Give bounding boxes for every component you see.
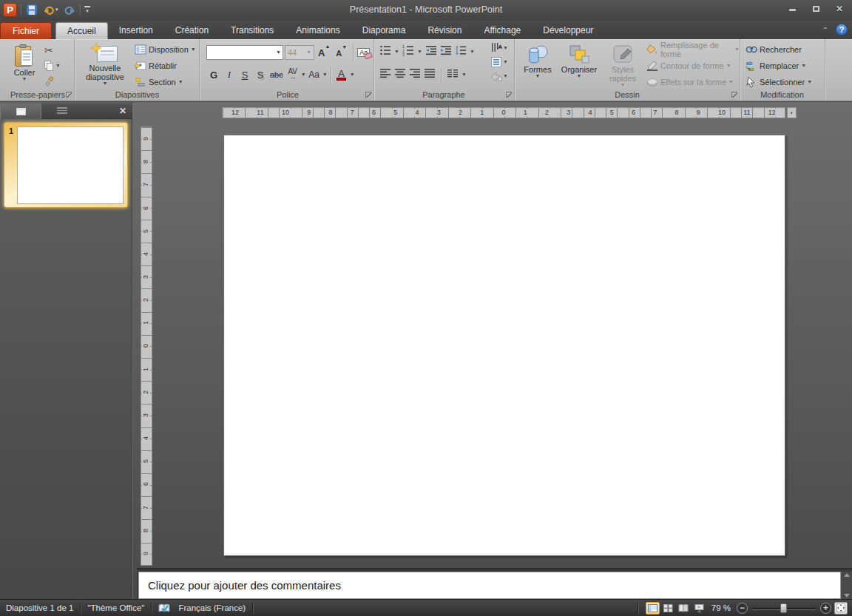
- tab-animations[interactable]: Animations: [285, 22, 351, 39]
- dropdown-arrow-icon[interactable]: ▼: [470, 50, 475, 54]
- zoom-slider[interactable]: [752, 603, 816, 614]
- close-button[interactable]: ✕: [833, 4, 846, 14]
- underline-button[interactable]: S: [237, 67, 252, 83]
- tab-accueil[interactable]: Accueil: [55, 22, 108, 39]
- scroll-down-icon[interactable]: [844, 594, 850, 598]
- tab-insertion[interactable]: Insertion: [108, 22, 164, 39]
- help-button[interactable]: ?: [836, 24, 848, 35]
- character-spacing-button[interactable]: AV ↔: [285, 67, 300, 83]
- tab-creation[interactable]: Création: [164, 22, 220, 39]
- align-text-button[interactable]: ▼: [490, 56, 508, 68]
- line-spacing-button[interactable]: [455, 44, 467, 59]
- reading-view-button[interactable]: [677, 602, 691, 615]
- clear-formatting-button[interactable]: Aa: [357, 48, 370, 57]
- section-button[interactable]: Section ▼: [135, 75, 196, 89]
- align-left-button[interactable]: [379, 67, 391, 82]
- shape-fill-label: Remplissage de forme: [660, 41, 732, 58]
- tab-diaporama[interactable]: Diaporama: [351, 22, 417, 39]
- dropdown-arrow-icon[interactable]: ▼: [394, 50, 399, 54]
- dropdown-arrow-icon[interactable]: ▼: [462, 72, 467, 77]
- zoom-in-button[interactable]: +: [820, 603, 831, 614]
- dropdown-arrow-icon: ▼: [807, 80, 812, 84]
- shapes-button[interactable]: Formes ▼: [521, 41, 555, 90]
- window-controls: ✕: [785, 4, 846, 14]
- tab-fichier[interactable]: Fichier: [0, 22, 52, 39]
- normal-view-button[interactable]: [646, 602, 660, 615]
- bullets-button[interactable]: [379, 44, 391, 59]
- tab-plan-outline[interactable]: [41, 104, 83, 119]
- tab-affichage[interactable]: Affichage: [473, 22, 532, 39]
- align-right-button[interactable]: [409, 67, 421, 82]
- arrange-button[interactable]: Organiser ▼: [558, 41, 601, 90]
- layout-button[interactable]: Disposition ▼: [135, 42, 196, 56]
- replace-button[interactable]: abac Remplacer ▼: [746, 58, 812, 72]
- dialog-launcher-icon[interactable]: [506, 92, 512, 98]
- slide-sorter-view-button[interactable]: [661, 602, 675, 615]
- strikethrough-button[interactable]: abc: [268, 67, 285, 83]
- shape-outline-button[interactable]: Contour de forme ▼: [646, 58, 740, 72]
- dialog-launcher-icon[interactable]: [365, 92, 371, 98]
- convert-to-smartart-button[interactable]: ▼: [490, 70, 508, 82]
- grow-font-button[interactable]: A▲: [316, 47, 332, 58]
- text-direction-button[interactable]: A ▼: [490, 42, 508, 54]
- minimize-ribbon-icon[interactable]: ⌃: [822, 27, 828, 33]
- numbering-button[interactable]: 123: [402, 44, 414, 59]
- notes-scrollbar[interactable]: [841, 572, 852, 599]
- ruler-tick-label: 4: [413, 109, 420, 117]
- zoom-level[interactable]: 79 %: [711, 603, 731, 612]
- font-color-button[interactable]: A: [334, 67, 349, 83]
- align-center-button[interactable]: [394, 67, 406, 82]
- close-panel-button[interactable]: ✕: [119, 106, 126, 116]
- shape-effects-button[interactable]: Effets sur la forme ▼: [646, 75, 740, 89]
- decrease-indent-button[interactable]: [425, 44, 437, 59]
- scroll-up-icon[interactable]: [844, 573, 850, 577]
- dropdown-arrow-icon[interactable]: ▼: [322, 72, 328, 77]
- slide-show-button[interactable]: [692, 602, 706, 615]
- paste-button[interactable]: Coller ▼: [7, 41, 41, 90]
- find-button[interactable]: Rechercher: [746, 42, 812, 56]
- tab-diapositives-thumbnails[interactable]: [0, 104, 41, 119]
- dropdown-arrow-icon[interactable]: ▼: [350, 72, 355, 77]
- find-label: Rechercher: [760, 45, 802, 54]
- bold-button[interactable]: G: [206, 67, 221, 83]
- zoom-out-button[interactable]: −: [737, 603, 748, 614]
- slide-thumbnail-selected[interactable]: 1: [4, 122, 128, 208]
- copy-button[interactable]: ▼: [44, 58, 61, 73]
- text-shadow-button[interactable]: S: [253, 67, 268, 83]
- cut-button[interactable]: ✂: [44, 43, 53, 58]
- font-name-combo[interactable]: ▼: [206, 45, 283, 60]
- language-indicator[interactable]: Français (France): [178, 603, 246, 612]
- justify-button[interactable]: [424, 67, 436, 82]
- horizontal-ruler[interactable]: 1211109876543210123456789101112: [222, 107, 785, 118]
- dropdown-arrow-icon[interactable]: ▼: [301, 72, 306, 77]
- change-case-button[interactable]: Aa: [307, 67, 322, 83]
- shrink-font-button[interactable]: A▼: [334, 48, 349, 58]
- reset-button[interactable]: Rétablir: [135, 58, 196, 72]
- slider-thumb[interactable]: [780, 603, 787, 613]
- new-slide-button[interactable]: Nouvelle diapositive ▼: [81, 41, 129, 90]
- vertical-ruler[interactable]: 9876543210123456789: [141, 126, 152, 566]
- tab-revision[interactable]: Révision: [416, 22, 473, 39]
- quick-styles-button[interactable]: Styles rapides ▼: [604, 41, 642, 90]
- font-size-combo[interactable]: 44 ▼: [285, 45, 314, 60]
- dialog-launcher-icon[interactable]: [731, 92, 737, 98]
- columns-button[interactable]: [447, 67, 459, 82]
- dialog-launcher-icon[interactable]: [66, 92, 72, 98]
- shape-fill-button[interactable]: Remplissage de forme ▼: [646, 42, 740, 56]
- italic-button[interactable]: I: [222, 67, 237, 83]
- format-painter-button[interactable]: [44, 74, 55, 89]
- ruler-tick-label: 5: [609, 109, 615, 117]
- tab-transitions[interactable]: Transitions: [220, 22, 285, 39]
- dropdown-arrow-icon[interactable]: ▼: [417, 50, 422, 54]
- notes-placeholder[interactable]: Cliquez pour ajouter des commentaires: [138, 572, 841, 599]
- increase-indent-button[interactable]: [440, 44, 452, 59]
- slide-canvas[interactable]: [223, 135, 785, 556]
- restore-button[interactable]: [809, 4, 822, 14]
- select-button[interactable]: Sélectionner ▼: [746, 75, 812, 89]
- minimize-button[interactable]: [785, 4, 799, 14]
- spell-check-icon[interactable]: [158, 603, 171, 614]
- tab-developpeur[interactable]: Développeur: [532, 22, 604, 39]
- theme-indicator[interactable]: "Thème Office": [87, 603, 144, 612]
- slide-indicator[interactable]: Diapositive 1 de 1: [6, 603, 73, 612]
- fit-slide-to-window-button[interactable]: [834, 602, 848, 615]
